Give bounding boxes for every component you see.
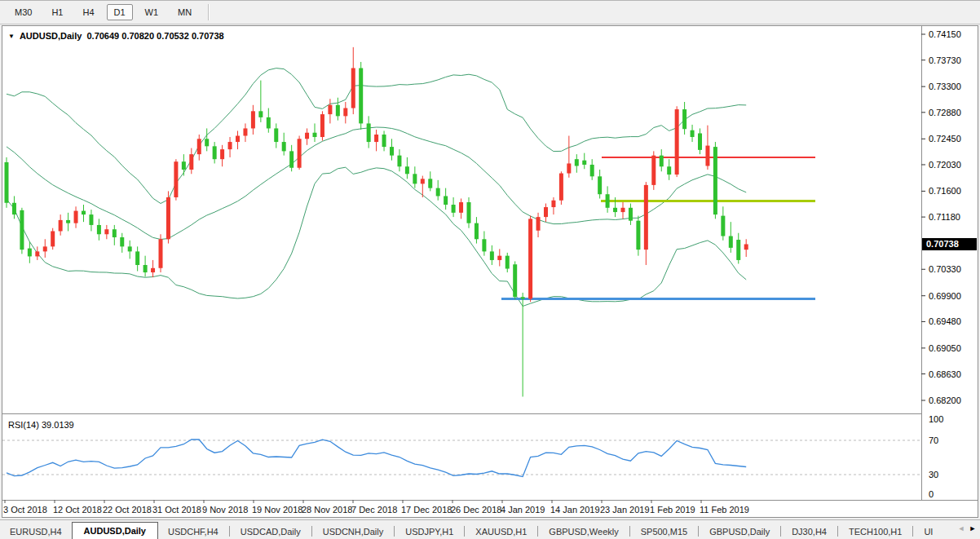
- timeframe-button-mn[interactable]: MN: [170, 4, 199, 20]
- timeframe-button-m30[interactable]: M30: [7, 4, 39, 20]
- tab-scroll-left-icon[interactable]: ◄: [956, 524, 967, 532]
- tab-separator: [780, 526, 781, 537]
- chart-ohlc-values: 0.70649 0.70820 0.70532 0.70738: [86, 31, 223, 41]
- tab-scroll-right-icon[interactable]: ►: [967, 524, 978, 532]
- tab-usdcad-daily[interactable]: USDCAD,Daily: [231, 524, 311, 539]
- chart-title-collapse-icon[interactable]: ▼: [8, 33, 15, 40]
- tab-audusd-daily[interactable]: AUDUSD,Daily: [72, 522, 158, 539]
- chart-symbol-label: AUDUSD,Daily: [20, 31, 82, 41]
- tab-separator: [394, 526, 395, 537]
- tab-ui[interactable]: UI: [914, 524, 942, 539]
- timeframe-button-w1[interactable]: W1: [138, 4, 166, 20]
- timeframe-button-h4[interactable]: H4: [75, 4, 101, 20]
- tab-scroll-controls: ◄►: [951, 523, 978, 532]
- tab-separator: [837, 526, 838, 537]
- chart-window[interactable]: [2, 25, 978, 518]
- tab-separator: [464, 526, 465, 537]
- tab-usdcnh-daily[interactable]: USDCNH,Daily: [313, 524, 394, 539]
- tab-sp500-m15[interactable]: SP500,M15: [631, 524, 697, 539]
- tab-separator: [311, 526, 312, 537]
- chart-tab-bar: EURUSD,H4AUDUSD,DailyUSDCHF,H4USDCAD,Dai…: [0, 519, 980, 539]
- chart-title: ▼AUDUSD,Daily 0.70649 0.70820 0.70532 0.…: [8, 31, 224, 41]
- tab-gbpusd-weekly[interactable]: GBPUSD,Weekly: [539, 524, 628, 539]
- pane-separator[interactable]: [2, 413, 921, 414]
- tab-usdchf-h4[interactable]: USDCHF,H4: [158, 524, 228, 539]
- tab-eurusd-h4[interactable]: EURUSD,H4: [0, 524, 72, 539]
- tab-gbpusd-daily[interactable]: GBPUSD,Daily: [700, 524, 779, 539]
- date-axis-border: [2, 500, 978, 501]
- tab-separator: [629, 526, 630, 537]
- current-price-tag: 0.70738: [922, 238, 977, 250]
- toolbar-separator: [208, 4, 210, 20]
- tab-dj30-h4[interactable]: DJ30,H4: [782, 524, 837, 539]
- timeframe-button-d1[interactable]: D1: [107, 4, 133, 20]
- tab-separator: [229, 526, 230, 537]
- pane-separator-groove: [2, 414, 921, 416]
- timeframe-button-h1[interactable]: H1: [44, 4, 70, 20]
- tab-separator: [537, 526, 538, 537]
- tab-usdjpy-h1[interactable]: USDJPY,H1: [395, 524, 463, 539]
- tab-separator: [912, 526, 913, 537]
- rsi-indicator-label: RSI(14) 39.0139: [8, 420, 74, 430]
- rsi-current-value: 39.0139: [42, 420, 74, 430]
- tab-tech100-h1[interactable]: TECH100,H1: [839, 524, 912, 539]
- trading-platform-window: M30H1H4D1W1MN 0.741500.737300.733000.728…: [0, 0, 980, 539]
- tab-xauusd-h1[interactable]: XAUUSD,H1: [466, 524, 536, 539]
- price-axis-border: [921, 26, 922, 500]
- tab-separator: [698, 526, 699, 537]
- timeframe-toolbar: M30H1H4D1W1MN: [0, 1, 980, 24]
